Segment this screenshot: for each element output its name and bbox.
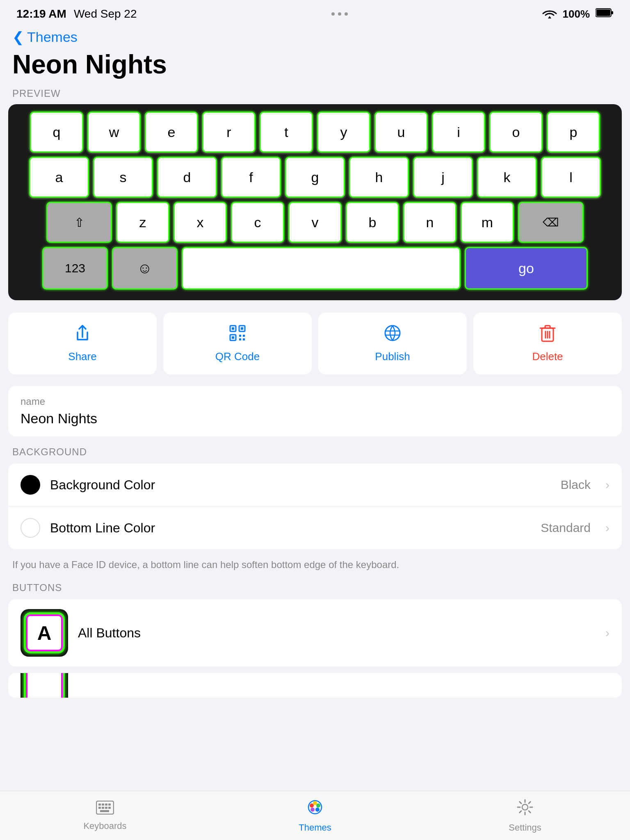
background-color-item[interactable]: Background Color Black ›	[8, 463, 622, 506]
name-field-label: name	[21, 396, 609, 407]
svg-rect-26	[98, 807, 101, 809]
key-e: e	[145, 112, 198, 153]
background-section-header: BACKGROUND	[0, 446, 630, 463]
key-u: u	[374, 112, 428, 153]
bottom-line-color-label: Bottom Line Color	[50, 520, 531, 536]
status-right: 100%	[542, 7, 614, 21]
kb-row-4: 123 ☺ go	[14, 247, 616, 290]
key-g: g	[285, 157, 345, 198]
settings-icon	[516, 798, 534, 820]
status-left: 12:19 AM Wed Sep 22	[16, 7, 137, 21]
key-preview-box: A	[24, 612, 65, 653]
key-delete: ⌫	[518, 202, 584, 243]
svg-rect-30	[100, 810, 109, 812]
back-label: Themes	[27, 29, 78, 45]
name-field[interactable]: name Neon Nights	[8, 386, 622, 436]
key-l: l	[541, 157, 601, 198]
key-shift: ⇧	[46, 202, 112, 243]
svg-point-36	[310, 808, 315, 812]
preview-label: PREVIEW	[0, 88, 630, 104]
all-buttons-chevron-icon: ›	[605, 626, 609, 640]
svg-rect-12	[243, 338, 245, 340]
status-dot-1	[331, 12, 335, 16]
kb-row-1: q w e r t y u i o p	[14, 112, 616, 153]
tab-keyboards[interactable]: Keyboards	[0, 800, 210, 831]
key-d: d	[157, 157, 217, 198]
key-k: k	[477, 157, 537, 198]
second-buttons-item	[8, 673, 622, 698]
svg-rect-6	[241, 327, 243, 330]
themes-icon	[306, 798, 324, 820]
bottom-line-color-value: Standard	[541, 521, 591, 535]
delete-label: Delete	[532, 350, 563, 363]
buttons-section-header: BUTTONS	[0, 582, 630, 599]
share-button[interactable]: Share	[8, 313, 157, 374]
key-c: c	[231, 202, 284, 243]
battery-percent: 100%	[563, 8, 590, 21]
back-nav[interactable]: ❮ Themes	[0, 25, 630, 45]
action-buttons: Share QR Code	[0, 300, 630, 383]
delete-icon	[539, 324, 557, 346]
background-color-value: Black	[561, 478, 591, 492]
keyboards-tab-label: Keyboards	[83, 821, 126, 831]
tab-themes[interactable]: Themes	[210, 798, 420, 833]
svg-rect-10	[243, 335, 245, 337]
tab-settings[interactable]: Settings	[420, 798, 630, 833]
keyboard-preview: q w e r t y u i o p a s d f g h j k l ⇧ …	[8, 104, 622, 300]
keyboards-icon	[96, 800, 114, 818]
svg-rect-4	[232, 327, 234, 330]
kb-row-2: a s d f g h j k l	[14, 157, 616, 198]
svg-point-34	[316, 803, 320, 808]
kb-row-3: ⇧ z x c v b n m ⌫	[14, 202, 616, 243]
key-z: z	[116, 202, 169, 243]
svg-rect-28	[105, 807, 107, 809]
qr-code-icon	[228, 324, 247, 346]
key-preview-outer-2	[21, 673, 68, 698]
key-123: 123	[42, 247, 108, 290]
key-p: p	[547, 112, 600, 153]
tab-bar: Keyboards Themes	[0, 791, 630, 840]
key-emoji: ☺	[112, 247, 178, 290]
status-center	[331, 12, 348, 16]
svg-point-35	[315, 808, 320, 812]
key-s: s	[93, 157, 153, 198]
wifi-icon	[542, 7, 557, 21]
background-color-chevron-icon: ›	[605, 478, 609, 492]
delete-button[interactable]: Delete	[473, 313, 622, 374]
key-a: a	[29, 157, 89, 198]
status-bar: 12:19 AM Wed Sep 22 100%	[0, 0, 630, 25]
key-j: j	[413, 157, 473, 198]
key-b: b	[346, 202, 399, 243]
svg-rect-11	[239, 338, 241, 340]
key-t: t	[260, 112, 313, 153]
key-w: w	[87, 112, 141, 153]
settings-tab-label: Settings	[509, 822, 541, 833]
status-dot-3	[345, 12, 348, 16]
key-f: f	[221, 157, 281, 198]
publish-icon	[383, 324, 402, 346]
publish-button[interactable]: Publish	[318, 313, 467, 374]
all-buttons-label: All Buttons	[78, 625, 596, 641]
background-color-label: Background Color	[50, 477, 551, 493]
bottom-line-color-item[interactable]: Bottom Line Color Standard ›	[8, 506, 622, 549]
face-id-hint: If you have a Face ID device, a bottom l…	[0, 553, 630, 582]
svg-rect-29	[108, 807, 111, 809]
status-dot-2	[338, 12, 341, 16]
svg-rect-8	[232, 336, 234, 339]
key-go: go	[465, 247, 588, 290]
svg-point-33	[313, 801, 317, 805]
key-q: q	[30, 112, 83, 153]
page-title: Neon Nights	[0, 45, 630, 88]
key-n: n	[403, 202, 457, 243]
key-i: i	[432, 112, 485, 153]
key-v: v	[288, 202, 342, 243]
svg-rect-24	[105, 803, 107, 806]
bottom-line-color-swatch	[21, 518, 40, 538]
key-preview-box-2	[24, 673, 65, 698]
bottom-line-chevron-icon: ›	[605, 521, 609, 535]
share-label: Share	[68, 350, 96, 363]
qr-code-button[interactable]: QR Code	[163, 313, 312, 374]
all-buttons-item[interactable]: A All Buttons ›	[8, 599, 622, 667]
key-r: r	[202, 112, 256, 153]
background-color-swatch	[21, 475, 40, 495]
